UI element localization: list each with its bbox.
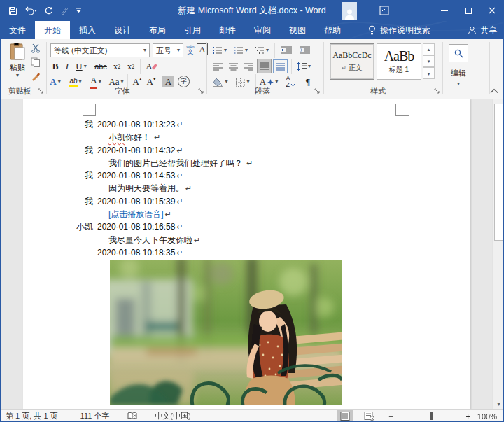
clipboard-dialog-launcher[interactable] [38,88,45,95]
subscript-button[interactable]: x2 [111,59,123,73]
distribute-button[interactable] [273,59,288,73]
cut-icon[interactable] [31,43,41,53]
zoom-slider[interactable] [398,410,462,422]
zoom-out-button[interactable]: − [388,412,393,421]
paste-button[interactable]: 粘贴 ▾ [6,43,29,86]
decrease-indent-icon [281,46,292,55]
editing-caret[interactable]: ▾ [455,77,462,91]
vertical-scrollbar[interactable]: ▾ [492,99,504,409]
customize-qat-icon[interactable] [76,7,82,14]
font-size-caret: ▾ [177,48,180,53]
multilevel-list-button[interactable]: ▾ [253,43,271,57]
page-indicator[interactable]: 第 1 页, 共 1 页 [6,411,58,421]
align-left-button[interactable] [211,59,225,73]
increase-indent-button[interactable] [297,43,312,57]
text-effects-button[interactable]: A ▾ [46,75,64,89]
tab-view[interactable]: 视图 [280,21,315,39]
tab-insert[interactable]: 插入 [70,21,105,39]
chat-message-line: 因为明天要等着用。↵ [23,182,470,195]
chat-timestamp: 2020-01-08 10:15:39 [97,197,175,206]
decrease-indent-button[interactable] [279,43,294,57]
tell-me-label: 操作说明搜索 [380,24,430,36]
tab-mailings[interactable]: 邮件 [210,21,245,39]
styles-more-button[interactable]: ▾ [423,67,435,79]
italic-button[interactable]: I [63,59,71,73]
tab-help[interactable]: 帮助 [315,21,350,39]
tell-me-search[interactable]: 操作说明搜索 [368,21,430,39]
tab-home[interactable]: 开始 [35,21,70,39]
language-indicator[interactable]: 中文(中国) [155,411,190,421]
clear-formatting-button[interactable]: A [144,59,160,73]
line-spacing-button[interactable]: ▾ [294,59,314,73]
font-name-caret: ▾ [144,48,146,53]
redo-icon[interactable] [44,6,53,15]
strikethrough-button[interactable]: abc [92,59,109,73]
tab-design[interactable]: 设计 [105,21,140,39]
borders-icon [236,78,245,87]
styles-group-label: 样式 [350,86,406,97]
styles-scroll-up[interactable]: ▴ [423,43,435,55]
close-button[interactable] [480,0,504,21]
chat-timestamp: 2020-01-08 10:18:35 [97,248,175,258]
zoom-slider-thumb[interactable] [430,412,433,420]
avatar[interactable] [342,2,357,20]
paragraph-dialog-launcher[interactable] [314,88,321,95]
proofing-status-icon[interactable] [127,412,138,421]
align-right-button[interactable] [241,59,255,73]
chat-text: 因为明天要等着用。 [108,183,184,193]
quick-access-toolbar [0,6,82,15]
collapse-ribbon-icon[interactable] [490,88,498,94]
voice-message-link[interactable]: [点击播放语音] [108,209,164,219]
maximize-button[interactable] [456,0,480,21]
paint-bucket-icon [213,78,223,87]
show-marks-button[interactable]: ¶ [302,75,314,89]
minimize-button[interactable] [433,0,456,21]
print-layout-view-button[interactable] [337,410,354,422]
tab-references[interactable]: 引用 [175,21,210,39]
touch-mode-icon[interactable] [60,6,69,15]
align-center-icon [229,63,238,71]
numbering-button[interactable]: ▾ [232,43,250,57]
styles-scroll-down[interactable]: ▾ [423,55,435,67]
share-button[interactable]: 共享 [468,21,497,39]
scrollbar-down-arrow[interactable]: ▾ [493,398,504,409]
word-count[interactable]: 111 个字 [80,411,110,421]
save-icon[interactable] [8,6,18,15]
chat-link-line: [点击播放语音]↵ [23,208,470,220]
superscript-button[interactable]: x2 [125,59,137,73]
bullets-button[interactable]: ▾ [211,43,229,57]
lightbulb-icon [368,25,376,36]
tab-file[interactable]: 文件 [0,21,35,39]
clipboard-icon [9,43,26,61]
document-page[interactable]: 我2020-01-08 10:13:23↵ 小凯你好！ ↵ 我2020-01-0… [23,99,470,409]
underline-button[interactable]: U ▾ [73,59,90,73]
align-center-button[interactable] [226,59,240,73]
phonetic-guide-button[interactable]: wén 文 [185,43,196,57]
justify-button[interactable] [257,59,272,73]
tab-layout[interactable]: 布局 [140,21,175,39]
character-shading-button[interactable]: A [162,76,174,87]
woman-on-bench-photo[interactable] [110,260,342,405]
underline-glyph: U [76,61,82,72]
paragraph-mark: ↵ [194,236,200,244]
superscript-n: 2 [132,64,134,70]
bold-button[interactable]: B [50,59,60,73]
scrollbar-thumb[interactable] [494,104,503,241]
highlight-color-button[interactable]: ab ▾ [66,75,85,89]
style-heading1[interactable]: AaBb 标题 1 [377,43,421,80]
enclose-characters-button[interactable]: 字 [178,76,190,87]
font-dialog-launcher[interactable] [198,88,205,95]
format-painter-icon[interactable] [31,71,41,81]
font-size-select[interactable]: 五号 ▾ [153,43,183,57]
copy-icon[interactable] [31,57,41,67]
style-normal[interactable]: AaBbCcDc ↵ 正文 [330,43,374,80]
styles-dialog-launcher[interactable] [434,88,441,95]
web-layout-view-button[interactable] [360,410,377,422]
font-name-select[interactable]: 等线 (中文正文) ▾ [50,43,150,57]
undo-icon[interactable] [24,6,37,15]
tab-review[interactable]: 审阅 [245,21,280,39]
titlebar-controls [342,0,504,21]
find-button[interactable] [449,44,468,62]
zoom-level[interactable]: 100% [470,412,497,421]
ribbon-display-options-icon[interactable] [372,0,396,21]
